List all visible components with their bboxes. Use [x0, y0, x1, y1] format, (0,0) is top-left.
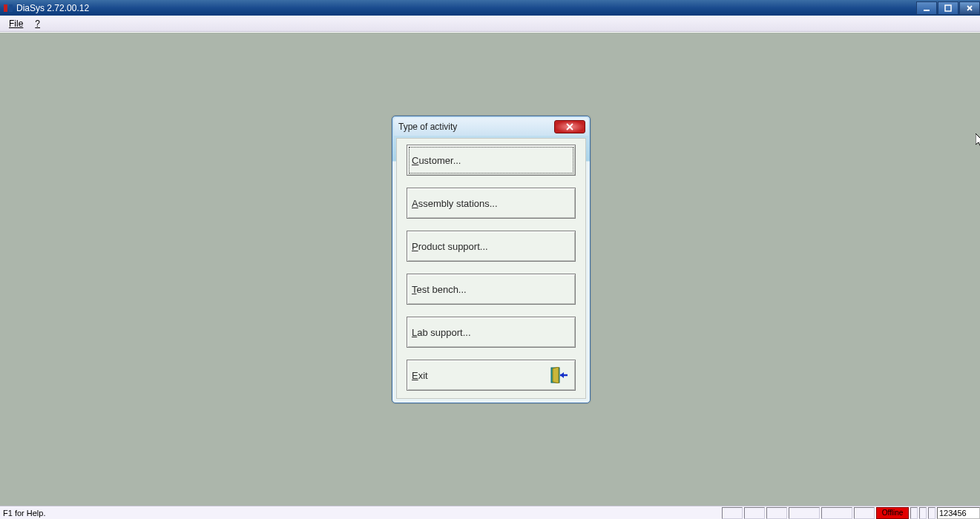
status-cell: [789, 507, 820, 519]
status-cell: [919, 507, 927, 519]
menubar: File ?: [0, 16, 980, 32]
svg-line-5: [967, 6, 972, 10]
svg-marker-11: [560, 372, 564, 378]
customer-button[interactable]: Customer...: [407, 145, 576, 176]
mouse-cursor-icon: [976, 133, 980, 148]
status-cell: [821, 507, 852, 519]
mnemonic: P: [412, 241, 418, 252]
svg-marker-12: [976, 133, 980, 147]
menu-help-label: ?: [35, 19, 40, 29]
status-help-text: F1 for Help.: [3, 509, 45, 518]
svg-rect-1: [9, 4, 13, 12]
svg-marker-9: [553, 367, 559, 383]
button-label: xit: [418, 370, 428, 381]
svg-rect-3: [945, 5, 951, 11]
maximize-button[interactable]: [938, 1, 958, 15]
close-icon: [565, 123, 574, 130]
dialog-type-of-activity: Type of activity Customer... Assembly st…: [392, 116, 591, 403]
statusbar-cells: Offline: [720, 507, 980, 519]
close-button[interactable]: [959, 1, 980, 15]
mnemonic: C: [412, 155, 418, 166]
status-offline-badge: Offline: [876, 507, 909, 519]
button-label: ustomer...: [418, 155, 461, 166]
status-cell: [722, 507, 743, 519]
workspace: Type of activity Customer... Assembly st…: [0, 32, 980, 506]
statusbar: F1 for Help. Offline: [0, 506, 980, 519]
menu-file-label: File: [9, 19, 23, 29]
menu-help[interactable]: ?: [29, 17, 46, 30]
exit-door-icon: [550, 367, 569, 383]
status-cell: [910, 507, 918, 519]
menu-file[interactable]: File: [3, 17, 29, 30]
window-controls: [915, 1, 980, 15]
exit-button[interactable]: Exit: [407, 360, 576, 391]
minimize-button[interactable]: [916, 1, 937, 15]
mnemonic: A: [412, 198, 418, 209]
status-code-input[interactable]: [937, 507, 980, 519]
dialog-close-button[interactable]: [554, 120, 585, 133]
lab-support-button[interactable]: Lab support...: [407, 317, 576, 348]
status-cell: [766, 507, 787, 519]
dialog-titlebar: Type of activity: [394, 118, 588, 136]
mnemonic: E: [412, 370, 418, 381]
dialog-body: Customer... Assembly stations... Product…: [396, 138, 586, 399]
button-label: est bench...: [417, 284, 467, 295]
svg-rect-0: [4, 4, 7, 12]
status-cell: [854, 507, 875, 519]
svg-line-4: [967, 6, 972, 10]
button-label: ssembly stations...: [418, 198, 498, 209]
svg-rect-2: [924, 10, 930, 11]
test-bench-button[interactable]: Test bench...: [407, 274, 576, 305]
app-icon: [3, 3, 13, 13]
assembly-stations-button[interactable]: Assembly stations...: [407, 188, 576, 219]
window-titlebar: DiaSys 2.72.00.12: [0, 0, 980, 16]
dialog-title: Type of activity: [398, 122, 457, 132]
button-label: roduct support...: [418, 241, 488, 252]
button-label: ab support...: [417, 327, 470, 338]
status-cell: [928, 507, 935, 519]
status-cell: [744, 507, 765, 519]
window-title: DiaSys 2.72.00.12: [16, 3, 89, 13]
product-support-button[interactable]: Product support...: [407, 231, 576, 262]
